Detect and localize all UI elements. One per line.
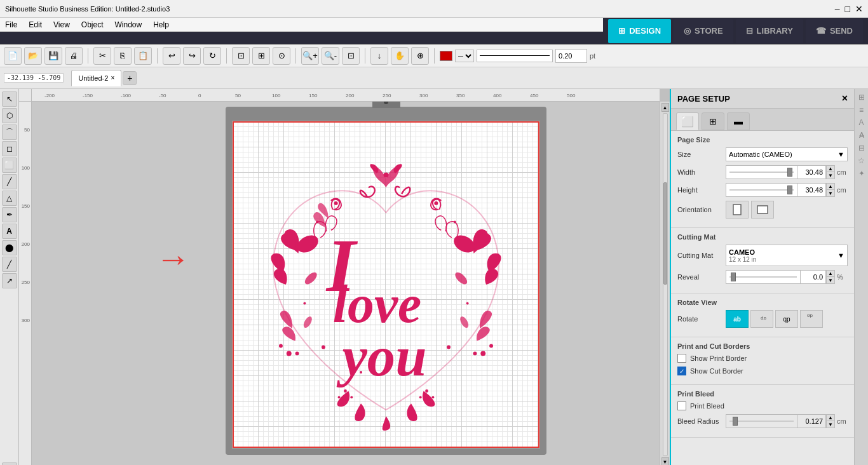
bleed-down-button[interactable]: ▼ bbox=[826, 421, 835, 428]
reveal-down-button[interactable]: ▼ bbox=[826, 277, 835, 284]
panel-tab-page[interactable]: ⬜ bbox=[676, 112, 699, 130]
window-controls[interactable]: – □ ✕ bbox=[835, 4, 863, 14]
width-down-button[interactable]: ▼ bbox=[826, 172, 835, 179]
expand-panel-button[interactable]: ◁ bbox=[2, 462, 17, 465]
reveal-slider-track[interactable] bbox=[729, 276, 797, 278]
right-icon-5[interactable]: ⊟ bbox=[856, 142, 867, 154]
vertical-scroll-track[interactable] bbox=[663, 113, 668, 456]
menu-window[interactable]: Window bbox=[112, 19, 145, 30]
zoom-out-button[interactable]: 🔍- bbox=[322, 47, 339, 65]
print-button[interactable]: 🖨 bbox=[65, 47, 83, 65]
select-all-button[interactable]: ⊡ bbox=[232, 47, 250, 65]
height-slider-track[interactable] bbox=[729, 189, 794, 191]
menu-help[interactable]: Help bbox=[151, 19, 172, 30]
menu-object[interactable]: Object bbox=[79, 19, 106, 30]
right-icon-1[interactable]: ⊞ bbox=[856, 91, 867, 103]
open-button[interactable]: 📂 bbox=[24, 47, 42, 65]
height-slider-thumb[interactable] bbox=[787, 185, 792, 194]
fill-tool-button[interactable]: ⬤ bbox=[2, 240, 17, 255]
width-input[interactable] bbox=[797, 165, 826, 179]
right-icon-7[interactable]: ✦ bbox=[856, 168, 867, 179]
bleed-radius-input[interactable] bbox=[797, 414, 826, 428]
add-tab-button[interactable]: + bbox=[123, 71, 137, 85]
redo-button[interactable]: ↪ bbox=[183, 47, 201, 65]
send-nav-button[interactable]: ☎ SEND bbox=[806, 19, 863, 43]
zoom-tool-button[interactable]: ⬜ bbox=[2, 158, 17, 173]
landscape-button[interactable] bbox=[751, 201, 774, 219]
canvas-content[interactable]: → bbox=[32, 102, 660, 465]
stroke-style-selector[interactable] bbox=[477, 50, 553, 62]
menu-file[interactable]: File bbox=[3, 19, 20, 30]
zoom-fit-button[interactable]: ⊡ bbox=[342, 47, 360, 65]
height-up-button[interactable]: ▲ bbox=[826, 183, 835, 190]
close-button[interactable]: ✕ bbox=[855, 4, 863, 14]
knife-tool-button[interactable]: ╱ bbox=[2, 257, 17, 272]
shape-tool-button[interactable]: △ bbox=[2, 191, 17, 206]
bleed-up-button[interactable]: ▲ bbox=[826, 414, 835, 421]
stroke-width-input[interactable] bbox=[555, 49, 587, 63]
design-artwork[interactable]: I love you bbox=[236, 125, 536, 445]
rotate-flip-h-button[interactable]: ab bbox=[800, 310, 823, 328]
panel-tab-bg[interactable]: ▬ bbox=[727, 112, 750, 130]
paste-button[interactable]: 📋 bbox=[134, 47, 152, 65]
undo-button[interactable]: ↩ bbox=[163, 47, 180, 65]
library-nav-button[interactable]: ⊟ LIBRARY bbox=[736, 19, 803, 43]
fill-selector[interactable]: — bbox=[455, 50, 474, 62]
zoom-in-button[interactable]: 🔍+ bbox=[301, 47, 319, 65]
portrait-button[interactable] bbox=[726, 201, 749, 219]
right-icon-4[interactable]: A̶ bbox=[856, 130, 867, 141]
width-up-button[interactable]: ▲ bbox=[826, 165, 835, 172]
new-button[interactable]: 📄 bbox=[4, 47, 22, 65]
size-dropdown[interactable]: Automatic (CAMEO) ▼ bbox=[726, 147, 848, 161]
stroke-color-swatch[interactable] bbox=[440, 51, 452, 61]
node-tool-button[interactable]: ⬡ bbox=[2, 108, 17, 123]
select-tool-button[interactable]: ↖ bbox=[2, 91, 17, 107]
eraser-tool-button[interactable]: ◻ bbox=[2, 141, 17, 156]
rotate-normal-button[interactable]: ab bbox=[726, 310, 749, 328]
rotate-flip-v-button[interactable]: ab bbox=[750, 310, 773, 328]
select-partial-button[interactable]: ⊞ bbox=[252, 47, 270, 65]
maximize-button[interactable]: □ bbox=[845, 4, 850, 14]
minimize-button[interactable]: – bbox=[835, 4, 840, 14]
width-slider-track[interactable] bbox=[729, 172, 794, 173]
vertical-scroll-thumb[interactable] bbox=[663, 182, 667, 285]
panel-close-button[interactable]: × bbox=[842, 93, 848, 104]
cutting-mat-dropdown[interactable]: CAMEO 12 x 12 in ▼ bbox=[726, 245, 848, 266]
height-input[interactable] bbox=[797, 183, 826, 197]
rotate-180-button[interactable]: qp bbox=[775, 310, 798, 328]
fit-button[interactable]: ⊕ bbox=[411, 47, 429, 65]
copy-button[interactable]: ⎘ bbox=[114, 47, 132, 65]
reveal-input[interactable] bbox=[801, 270, 826, 284]
reveal-up-button[interactable]: ▲ bbox=[826, 270, 835, 277]
show-cut-border-checkbox[interactable]: ✓ bbox=[677, 367, 686, 375]
scroll-down-button[interactable]: ▼ bbox=[661, 457, 669, 465]
width-slider-thumb[interactable] bbox=[787, 168, 792, 177]
panel-tab-grid[interactable]: ⊞ bbox=[702, 112, 724, 130]
right-icon-2[interactable]: ≡ bbox=[856, 104, 867, 116]
arrow-down-button[interactable]: ↓ bbox=[370, 47, 388, 65]
vertical-scrollbar[interactable]: ▲ ▼ bbox=[660, 102, 670, 465]
design-nav-button[interactable]: ⊞ DESIGN bbox=[608, 19, 671, 43]
tab-untitled2[interactable]: Untitled-2 × bbox=[71, 70, 121, 86]
pan-button[interactable]: ✋ bbox=[391, 47, 409, 65]
select-lasso-button[interactable]: ⊙ bbox=[273, 47, 290, 65]
line-tool-button[interactable]: ╱ bbox=[2, 174, 17, 189]
print-bleed-checkbox[interactable] bbox=[677, 401, 686, 410]
cut-button[interactable]: ✂ bbox=[93, 47, 111, 65]
tab-close-icon[interactable]: × bbox=[111, 74, 114, 81]
bleed-slider-thumb[interactable] bbox=[733, 417, 738, 426]
pointer2-tool-button[interactable]: ↗ bbox=[2, 273, 17, 288]
text-tool-button[interactable]: A bbox=[2, 224, 17, 239]
reveal-slider-thumb[interactable] bbox=[731, 273, 736, 281]
curve-tool-button[interactable]: ⌒ bbox=[2, 125, 17, 140]
save-button[interactable]: 💾 bbox=[44, 47, 62, 65]
menu-view[interactable]: View bbox=[51, 19, 72, 30]
right-icon-3[interactable]: A bbox=[856, 117, 867, 128]
canvas-area[interactable]: -200 -150 -100 -50 0 50 100 150 200 250 … bbox=[19, 89, 670, 465]
height-down-button[interactable]: ▼ bbox=[826, 190, 835, 197]
repeat-button[interactable]: ↻ bbox=[203, 47, 221, 65]
scroll-up-button[interactable]: ▲ bbox=[661, 103, 669, 112]
bleed-slider-track[interactable] bbox=[729, 421, 794, 422]
menu-edit[interactable]: Edit bbox=[26, 19, 44, 30]
pen-tool-button[interactable]: ✒ bbox=[2, 207, 17, 222]
